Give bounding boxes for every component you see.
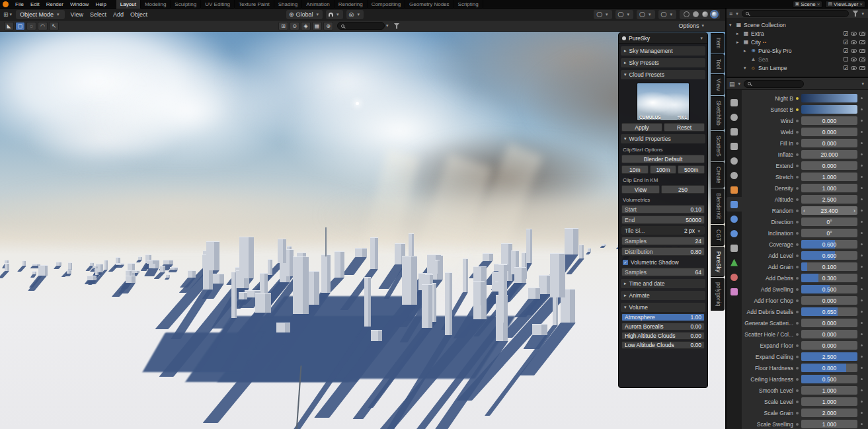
animate-decorator-dot[interactable]	[861, 97, 863, 99]
properties-tab-scene[interactable]	[727, 153, 742, 168]
value-slider[interactable]: 0.100	[801, 262, 857, 271]
value-slider[interactable]: 1.000	[801, 386, 857, 395]
clear-icon[interactable]: ×	[817, 1, 820, 7]
animate-decorator-dot[interactable]	[861, 243, 863, 245]
value-slider[interactable]: 1.000	[801, 420, 857, 428]
clip-end-value-field[interactable]: 250	[661, 185, 705, 194]
checkbox-checked-icon[interactable]: ✓	[844, 40, 848, 44]
apply-button[interactable]: Apply	[621, 123, 662, 132]
value-slider[interactable]: 0.650	[801, 307, 857, 316]
outliner-filter-icon[interactable]	[852, 11, 858, 17]
tile-size-dropdown[interactable]: Tile Si...2 px ▾	[621, 226, 705, 235]
xray-toggle[interactable]: ◯▾	[658, 10, 676, 19]
sidebar-tab-item[interactable]: Item	[711, 33, 725, 54]
properties-tab-object-data[interactable]	[727, 255, 742, 270]
increment-arrow-icon[interactable]: ›	[853, 206, 855, 215]
value-slider[interactable]: 2.500	[801, 352, 857, 361]
checkbox-checked-icon[interactable]: ✓	[844, 31, 848, 36]
keyframe-decorator-dot[interactable]	[796, 210, 799, 212]
viewport-menu-select[interactable]: Select	[87, 11, 110, 18]
value-slider[interactable]: 0°	[801, 217, 857, 226]
keyframe-decorator-dot[interactable]	[796, 311, 799, 313]
properties-tab-object[interactable]	[727, 182, 742, 197]
eye-icon[interactable]	[851, 58, 857, 61]
clip-10m-button[interactable]: 10m	[621, 165, 649, 174]
animate-decorator-dot[interactable]	[861, 333, 863, 335]
value-slider[interactable]: 0.500	[801, 375, 857, 383]
sidebar-tab-puresky[interactable]: PureSky	[711, 247, 725, 277]
outliner-item-pure-sky-pro[interactable]: ▸⊕Pure-Sky Pro✓	[727, 46, 868, 55]
section-cloud-presets[interactable]: ▾Cloud Presets	[621, 70, 705, 79]
sidebar-tab-scatter5[interactable]: Scatter5	[711, 131, 725, 161]
keyframe-decorator-dot[interactable]	[796, 187, 799, 190]
animate-decorator-dot[interactable]	[861, 266, 863, 268]
section-sky-presets[interactable]: ▸Sky Presets	[621, 58, 705, 67]
options-dropdown[interactable]: Options ▾	[678, 22, 705, 29]
animate-decorator-dot[interactable]	[861, 311, 863, 313]
properties-tab-constraints[interactable]	[727, 241, 742, 255]
viewport-3d-scene[interactable]	[0, 32, 725, 429]
reset-button[interactable]: Reset	[664, 123, 705, 132]
eye-icon[interactable]	[851, 49, 857, 53]
properties-tab-world[interactable]	[727, 168, 742, 182]
samples-field[interactable]: Samples24	[621, 237, 705, 245]
value-slider[interactable]: 0.000	[801, 161, 857, 170]
animate-decorator-dot[interactable]	[861, 322, 863, 324]
disclosure-triangle[interactable]: ▸	[736, 31, 742, 36]
animate-decorator-dot[interactable]	[861, 210, 863, 212]
value-slider[interactable]: 0.000	[801, 319, 857, 327]
animate-decorator-dot[interactable]	[861, 254, 863, 256]
orientation-dropdown[interactable]: ⊕ Global ▾	[286, 10, 323, 19]
workspace-tab-shading[interactable]: Shading	[274, 0, 302, 9]
sidebar-tab-cgt[interactable]: CGT	[711, 225, 725, 246]
eye-icon[interactable]	[851, 32, 857, 36]
viewport-menu-object[interactable]: Object	[127, 11, 151, 18]
keyframe-decorator-dot[interactable]	[796, 344, 799, 347]
color-field[interactable]	[801, 94, 857, 102]
keyframe-decorator-dot[interactable]	[796, 322, 799, 325]
outliner-item-city[interactable]: ▸▦City▪▪✓	[727, 38, 868, 46]
value-slider[interactable]: 20.000	[801, 150, 857, 159]
camera-icon[interactable]	[859, 58, 865, 61]
keyframe-decorator-dot[interactable]	[796, 165, 799, 167]
keyframe-decorator-dot[interactable]	[796, 266, 799, 268]
animate-decorator-dot[interactable]	[861, 378, 863, 380]
keyframe-decorator-dot[interactable]	[796, 131, 799, 134]
animate-decorator-dot[interactable]	[861, 176, 863, 178]
shading-wireframe-icon[interactable]	[684, 11, 690, 17]
workspace-tab-compositing[interactable]: Compositing	[368, 0, 405, 9]
section-animate[interactable]: ▸Animate	[621, 291, 705, 300]
clear-icon[interactable]: ×	[859, 1, 863, 7]
outliner-editor-icon[interactable]: ≡	[729, 11, 732, 17]
properties-tab-tool[interactable]	[727, 95, 742, 110]
clip-500m-button[interactable]: 500m	[678, 165, 705, 174]
workspace-tab-geometry-nodes[interactable]: Geometry Nodes	[405, 0, 454, 9]
editor-type-icon[interactable]: ⊞	[3, 11, 9, 18]
value-slider[interactable]: 0.600	[801, 251, 857, 260]
value-slider[interactable]: 0.500	[801, 285, 857, 293]
toggle-xray[interactable]: ◈	[301, 22, 311, 30]
animate-decorator-dot[interactable]	[861, 120, 863, 122]
value-slider[interactable]: ‹›23.400	[801, 206, 857, 215]
cloud-preset-thumbnail[interactable]: CUMULUS #001	[637, 83, 690, 121]
shadow-samples-field[interactable]: Samples64	[621, 268, 705, 276]
sidebar-tab-blenderkit[interactable]: BlenderKit	[711, 188, 725, 223]
value-slider[interactable]: 1.000	[801, 173, 857, 181]
camera-icon[interactable]	[859, 66, 865, 70]
animate-decorator-dot[interactable]	[861, 153, 863, 155]
distribution-field[interactable]: Distribution0.80	[621, 247, 705, 256]
sidebar-tab-create[interactable]: Create	[711, 162, 725, 188]
volume-slider-low-altitude-clouds[interactable]: Low Altitude Clouds0.00	[621, 341, 705, 349]
shading-rendered-icon[interactable]	[711, 11, 717, 17]
select-box[interactable]: ▢	[15, 22, 25, 30]
properties-editor-icon[interactable]: ▤	[729, 81, 735, 87]
visibility-dropdown[interactable]: ◯▾	[594, 10, 612, 19]
select-tweak[interactable]: ↖	[49, 22, 59, 30]
properties-tab-texture[interactable]	[727, 284, 742, 299]
keyframe-decorator-dot[interactable]	[796, 412, 799, 414]
keyframe-decorator-dot[interactable]	[796, 333, 799, 336]
clip-100m-button[interactable]: 100m	[650, 165, 677, 174]
eye-icon[interactable]	[851, 40, 857, 44]
keyframe-decorator-dot[interactable]	[796, 277, 799, 280]
keyframe-decorator-dot[interactable]	[796, 198, 799, 201]
